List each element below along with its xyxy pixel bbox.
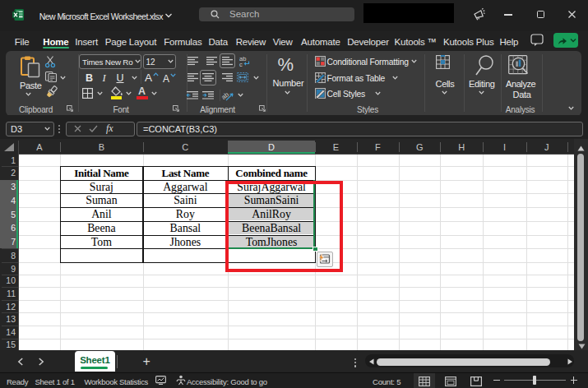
svg-text:c: c (239, 61, 243, 68)
